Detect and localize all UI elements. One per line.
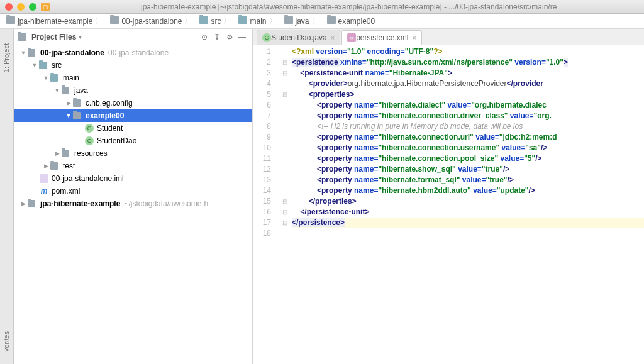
code-line[interactable]: <provider>org.hibernate.jpa.HibernatePer…	[292, 79, 644, 89]
collapse-all-button[interactable]: ↧	[211, 31, 223, 43]
tree-label: Student	[97, 124, 123, 133]
disclosure-arrow[interactable]: ▶	[64, 100, 73, 106]
folder-icon	[18, 33, 26, 41]
tree-label: main	[63, 74, 79, 82]
tree-label: 00-jpa-standalone.iml	[52, 174, 124, 183]
editor-tab[interactable]: CStudentDao.java×	[257, 30, 340, 45]
code-line[interactable]: <property name="hibernate.connection.dri…	[292, 111, 644, 121]
tree-node[interactable]: ▼src	[14, 59, 252, 72]
tree-label: c.hb.eg.config	[86, 99, 133, 108]
tree-node[interactable]: ▶test	[14, 160, 252, 172]
code-line[interactable]: <property name="hibernate.connection.poo…	[292, 153, 644, 164]
code-line[interactable]: <property name="hibernate.hbm2ddl.auto" …	[292, 185, 644, 196]
disclosure-arrow[interactable]: ▼	[42, 75, 50, 81]
favorites-tool-tab[interactable]: vorites	[3, 331, 11, 351]
maximize-window-button[interactable]	[29, 3, 36, 11]
breadcrumb-label: src	[211, 17, 221, 26]
breadcrumb-item[interactable]: jpa-hibernate-example	[4, 14, 108, 28]
breadcrumb-item[interactable]: src	[197, 14, 236, 28]
tree-node[interactable]: ▶jpa-hibernate-example~/jstobigdata/awes…	[14, 197, 252, 210]
gear-icon[interactable]: ⚙	[223, 31, 236, 43]
code-line[interactable]: </persistence>	[292, 218, 644, 228]
tree-node[interactable]: ▶c.hb.eg.config	[14, 97, 252, 109]
code-line[interactable]: <property name="hibernate.connection.url…	[292, 132, 644, 143]
project-sidebar: Project Files ▾ ⊙ ↧ ⚙ — ▼00-jpa-standalo…	[14, 29, 253, 364]
tree-label: jpa-hibernate-example	[40, 199, 120, 208]
project-tool-tab[interactable]: 1: Project	[3, 43, 11, 72]
tree-node[interactable]: CStudent	[14, 122, 252, 135]
tree-label: pom.xml	[52, 187, 80, 196]
window-titlebar: ▢ jpa-hibernate-example [~/jstobigdata/a…	[0, 0, 644, 14]
code-line[interactable]: <!-- H2 is running in pure in Memory db …	[292, 121, 644, 132]
code-line[interactable]: <property name="hibernate.dialect" value…	[292, 100, 644, 111]
rss-icon: ▢	[41, 3, 50, 11]
disclosure-arrow[interactable]: ▶	[19, 201, 28, 207]
breadcrumb-item[interactable]: java	[282, 14, 325, 28]
tab-label: persistence.xml	[356, 33, 408, 42]
tree-dim-path: ~/jstobigdata/awesome-h	[124, 199, 208, 208]
disclosure-arrow[interactable]: ▼	[64, 113, 73, 119]
tree-label: java	[74, 86, 88, 95]
code-line[interactable]: <property name="hibernate.connection.use…	[292, 143, 644, 153]
disclosure-arrow[interactable]: ▼	[30, 62, 39, 69]
window-title: jpa-hibernate-example [~/jstobigdata/awe…	[141, 3, 557, 11]
code-line[interactable]: <properties>	[292, 89, 644, 100]
tab-label: StudentDao.java	[271, 33, 327, 42]
tree-dim-path: 00-jpa-standalone	[108, 48, 169, 57]
editor-area: CStudentDao.java×<>persistence.xml× 1 2 …	[253, 29, 644, 364]
code-content[interactable]: <?xml version="1.0" encoding="UTF-8"?><p…	[289, 45, 644, 364]
editor-tabs: CStudentDao.java×<>persistence.xml×	[253, 29, 644, 45]
breadcrumb-item[interactable]: 00-jpa-standalone	[108, 14, 197, 28]
tree-label: test	[63, 162, 75, 170]
close-window-button[interactable]	[5, 3, 13, 11]
tree-node[interactable]: ▼example00	[14, 109, 252, 122]
left-tool-strip: 1: Project vorites	[0, 29, 14, 364]
locate-button[interactable]: ⊙	[198, 31, 211, 43]
line-gutter[interactable]: 1 2 3 4 5 6 7 8 9 10 11 12 13 14 15 16 1…	[253, 45, 280, 364]
editor-tab[interactable]: <>persistence.xml×	[341, 30, 422, 45]
tree-label: resources	[74, 149, 108, 158]
sidebar-header: Project Files ▾ ⊙ ↧ ⚙ —	[14, 29, 252, 45]
breadcrumb-label: main	[250, 17, 266, 26]
breadcrumb-item[interactable]: main	[236, 14, 281, 28]
breadcrumb-label: jpa-hibernate-example	[18, 17, 92, 26]
sidebar-title[interactable]: Project Files	[31, 33, 76, 41]
tree-label: src	[52, 61, 62, 70]
tree-node[interactable]: CStudentDao	[14, 135, 252, 147]
close-icon[interactable]: ×	[331, 34, 335, 41]
tree-node[interactable]: ▶resources	[14, 147, 252, 160]
code-line[interactable]: </persistence-unit>	[292, 207, 644, 218]
chevron-down-icon[interactable]: ▾	[79, 33, 82, 40]
breadcrumb-label: java	[296, 17, 309, 26]
code-line[interactable]: <?xml version="1.0" encoding="UTF-8"?>	[292, 47, 644, 57]
code-line[interactable]: </properties>	[292, 196, 644, 207]
fold-strip[interactable]: ⊟⊟⊟⊟⊟⊟	[280, 45, 289, 364]
code-line[interactable]: <persistence xmlns="http://java.sun.com/…	[292, 57, 644, 68]
tree-node[interactable]: ▼main	[14, 72, 252, 84]
breadcrumb-label: 00-jpa-standalone	[121, 17, 182, 26]
disclosure-arrow[interactable]: ▶	[42, 163, 50, 169]
tree-node[interactable]: ▼java	[14, 84, 252, 97]
disclosure-arrow[interactable]: ▼	[19, 50, 28, 56]
hide-panel-button[interactable]: —	[236, 31, 248, 43]
tree-node[interactable]: ▼00-jpa-standalone00-jpa-standalone	[14, 47, 252, 59]
code-line[interactable]: <persistence-unit name="Hibernate-JPA">	[292, 68, 644, 79]
tree-label: example00	[86, 111, 124, 120]
breadcrumb-label: example00	[338, 17, 375, 26]
tree-node[interactable]: mpom.xml	[14, 185, 252, 197]
minimize-window-button[interactable]	[17, 3, 25, 11]
tree-node[interactable]: 00-jpa-standalone.iml	[14, 172, 252, 185]
breadcrumb-bar: jpa-hibernate-example00-jpa-standalonesr…	[0, 14, 644, 29]
code-line[interactable]	[292, 228, 644, 239]
breadcrumb-item[interactable]: example00	[325, 15, 383, 27]
tree-label: 00-jpa-standalone	[40, 48, 104, 57]
code-line[interactable]: <property name="hibernate.show_sql" valu…	[292, 164, 644, 175]
project-tree[interactable]: ▼00-jpa-standalone00-jpa-standalone▼src▼…	[14, 45, 252, 364]
tree-label: StudentDao	[97, 136, 136, 145]
disclosure-arrow[interactable]: ▶	[53, 150, 62, 157]
disclosure-arrow[interactable]: ▼	[53, 87, 62, 94]
close-icon[interactable]: ×	[413, 34, 416, 41]
code-line[interactable]: <property name="hibernate.format_sql" va…	[292, 175, 644, 185]
